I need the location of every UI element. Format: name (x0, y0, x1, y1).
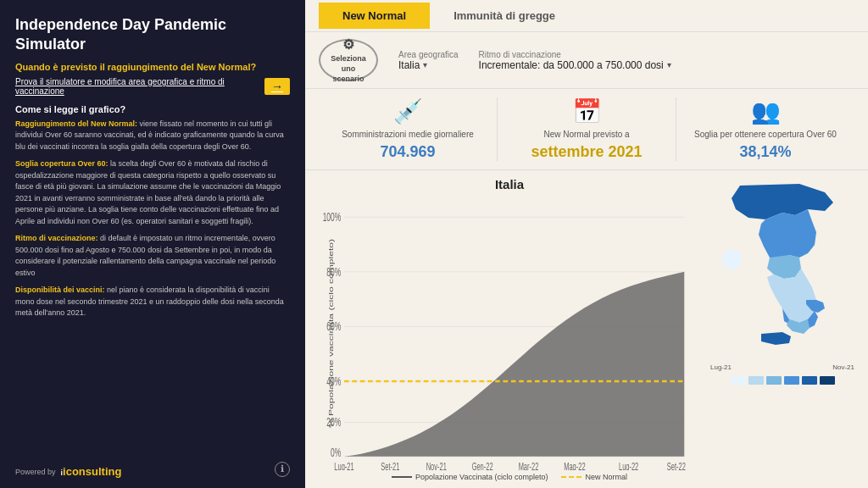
kpi-new-normal-label: New Normal previsto a (543, 129, 629, 140)
area-geografica-field: Area geografica Italia ▾ (398, 50, 459, 71)
brand-logo: iiconsulting (61, 465, 122, 478)
ritmo-field: Ritmo di vaccinazione Incrementale: da 5… (479, 50, 671, 71)
info-button[interactable]: ℹ (275, 462, 290, 477)
svg-text:100%: 100% (323, 210, 342, 225)
color-swatch-2 (748, 376, 764, 385)
color-swatch-1 (731, 376, 746, 385)
question-label: Quando è previsto il raggiungimento del … (15, 62, 290, 72)
arrow-icon: → (264, 78, 290, 95)
color-swatch-3 (766, 376, 782, 385)
main-content: Italia 100% 80% 60% 40% 20% 0% % Popolaz… (305, 170, 868, 488)
body3: Ritmo di vaccinazione: di default è impo… (15, 233, 290, 279)
chart-area: Italia 100% 80% 60% 40% 20% 0% % Popolaz… (319, 177, 700, 481)
chart-legend: Popolazione Vaccinata (ciclo completo) N… (319, 473, 700, 481)
map-legend-labels: Lug-21 Nov-21 (710, 363, 854, 371)
area-label: Area geografica (398, 50, 459, 59)
svg-text:Set-21: Set-21 (381, 460, 399, 470)
legend-new-normal: New Normal (561, 473, 627, 481)
app-title: Independence Day Pandemic Simulator (15, 15, 290, 55)
kpi-soglia: 👥 Soglia per ottenere copertura Over 60 … (676, 97, 854, 161)
powered-by: Powered by iiconsulting (15, 465, 121, 478)
svg-text:% Popolazione vaccinata (ciclo: % Popolazione vaccinata (ciclo completo) (327, 239, 334, 428)
svg-text:Gen-22: Gen-22 (472, 460, 493, 470)
svg-text:Set-22: Set-22 (667, 460, 686, 470)
ritmo-dropdown[interactable]: Incrementale: da 500.000 a 750.000 dosi … (479, 59, 671, 71)
syringe-icon: 💉 (393, 97, 423, 125)
map-area: Lug-21 Nov-21 (710, 177, 854, 481)
chevron-down-icon: ▾ (423, 60, 427, 69)
body1: Raggiungimento del New Normal: viene fis… (15, 119, 290, 153)
chart-container: 100% 80% 60% 40% 20% 0% % Popolazione va… (319, 197, 700, 470)
color-swatch-5 (802, 376, 817, 385)
svg-text:Mar-22: Mar-22 (519, 460, 539, 470)
map-color-legend (731, 376, 835, 385)
color-swatch-4 (784, 376, 799, 385)
tab-immunita[interactable]: Immunità di gregge (430, 3, 579, 29)
area-dropdown[interactable]: Italia ▾ (398, 59, 459, 71)
tab-new-normal[interactable]: New Normal (319, 3, 430, 29)
legend-population: Popolazione Vaccinata (ciclo completo) (392, 473, 548, 481)
left-panel: Independence Day Pandemic Simulator Quan… (0, 0, 305, 488)
how-title: Come si legge il grafico? (15, 104, 290, 114)
chart-svg: 100% 80% 60% 40% 20% 0% % Popolazione va… (319, 197, 700, 470)
kpi-somministrazioni: 💉 Somministrazioni medie giornaliere 704… (319, 97, 497, 161)
kpi-row: 💉 Somministrazioni medie giornaliere 704… (305, 89, 868, 170)
calendar-icon: 📅 (572, 97, 602, 125)
chevron-down-icon-2: ▾ (667, 60, 671, 69)
scenario-badge[interactable]: ⚙ Seleziona uno scenario (319, 39, 378, 81)
color-swatch-6 (820, 376, 835, 385)
body2: Soglia copertura Over 60: la scelta degl… (15, 158, 290, 227)
kpi-soglia-label: Soglia per ottenere copertura Over 60 (694, 129, 837, 140)
kpi-new-normal-value: settembre 2021 (531, 143, 642, 161)
ritmo-label: Ritmo di vaccinazione (479, 50, 671, 59)
scenario-row: ⚙ Seleziona uno scenario Area geografica… (305, 32, 868, 89)
kpi-somministrazioni-label: Somministrazioni medie giornaliere (342, 129, 474, 140)
svg-text:0%: 0% (331, 445, 341, 459)
body4: Disponibilità dei vaccini: nel piano è c… (15, 285, 290, 319)
tab-bar: New Normal Immunità di gregge (305, 0, 868, 32)
italy-map-svg (715, 177, 850, 363)
right-panel: New Normal Immunità di gregge ⚙ Selezion… (305, 0, 868, 488)
svg-text:Nov-21: Nov-21 (426, 460, 447, 470)
legend-dashed-icon (561, 476, 581, 478)
try-link[interactable]: Prova il simulatore e modifica area geog… (15, 77, 290, 96)
svg-text:Lug-22: Lug-22 (619, 460, 638, 470)
svg-text:Mag-22: Mag-22 (564, 460, 585, 470)
kpi-soglia-value: 38,14% (739, 143, 791, 161)
gear-icon: ⚙ (342, 36, 354, 54)
kpi-somministrazioni-value: 704.969 (380, 143, 435, 161)
people-icon: 👥 (751, 97, 781, 125)
kpi-new-normal: 📅 New Normal previsto a settembre 2021 (497, 97, 676, 161)
chart-title: Italia (319, 177, 700, 191)
svg-text:Lug-21: Lug-21 (334, 460, 353, 470)
legend-line-icon (392, 476, 412, 478)
